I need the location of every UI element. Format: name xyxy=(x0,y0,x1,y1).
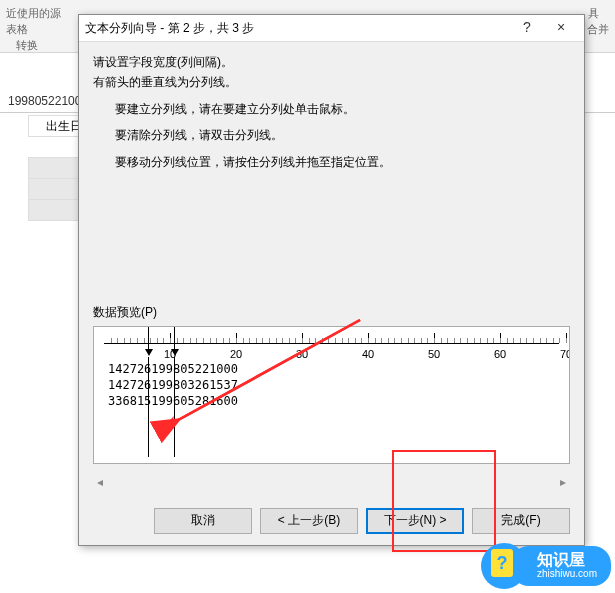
back-button[interactable]: < 上一步(B) xyxy=(260,508,358,534)
ruler-tick: 50 xyxy=(428,345,440,364)
scroll-left-icon[interactable]: ◂ xyxy=(93,475,107,489)
next-button[interactable]: 下一步(N) > xyxy=(366,508,464,534)
watermark-domain: zhishiwu.com xyxy=(537,568,597,580)
dialog-titlebar[interactable]: 文本分列向导 - 第 2 步，共 3 步 ? × xyxy=(79,15,584,42)
data-preview[interactable]: 10203040506070 142726199805221000 142726… xyxy=(93,326,570,464)
text-to-columns-dialog: 文本分列向导 - 第 2 步，共 3 步 ? × 请设置字段宽度(列间隔)。 有… xyxy=(78,14,585,546)
watermark: 知识屋 zhishiwu.com xyxy=(481,543,611,589)
cancel-button[interactable]: 取消 xyxy=(154,508,252,534)
preview-label: 数据预览(P) xyxy=(93,302,570,322)
ruler-tick: 30 xyxy=(296,345,308,364)
dialog-footer: 取消 < 上一步(B) 下一步(N) > 完成(F) xyxy=(79,497,584,545)
column-break-line[interactable] xyxy=(148,357,149,457)
watermark-icon xyxy=(481,543,527,589)
ruler-tick: 70 xyxy=(560,345,570,364)
dialog-body: 请设置字段宽度(列间隔)。 有箭头的垂直线为分列线。 要建立分列线，请在要建立分… xyxy=(79,42,584,474)
instruction-text: 有箭头的垂直线为分列线。 xyxy=(93,72,570,92)
scroll-right-icon[interactable]: ▸ xyxy=(556,475,570,489)
watermark-name: 知识屋 xyxy=(537,552,597,568)
preview-scrollbar[interactable]: ◂ ▸ xyxy=(93,475,570,489)
ribbon-label: 近使用的源 xyxy=(6,6,61,21)
dialog-title: 文本分列向导 - 第 2 步，共 3 步 xyxy=(85,20,510,37)
instruction-text: 请设置字段宽度(列间隔)。 xyxy=(93,52,570,72)
close-button[interactable]: × xyxy=(544,17,578,39)
column-break-line[interactable] xyxy=(174,357,175,457)
instruction-text: 要清除分列线，请双击分列线。 xyxy=(115,125,570,145)
ribbon-label: 合并 xyxy=(587,22,609,37)
ruler-tick: 40 xyxy=(362,345,374,364)
finish-button[interactable]: 完成(F) xyxy=(472,508,570,534)
ruler-tick: 60 xyxy=(494,345,506,364)
column-break-handle[interactable] xyxy=(145,349,152,359)
ribbon-label: 具 xyxy=(588,6,599,21)
instruction-text: 要移动分列线位置，请按住分列线并拖至指定位置。 xyxy=(115,152,570,172)
column-break-handle[interactable] xyxy=(171,349,178,359)
ribbon-label: 转换 xyxy=(16,38,38,53)
instruction-text: 要建立分列线，请在要建立分列处单击鼠标。 xyxy=(115,99,570,119)
ribbon-label: 表格 xyxy=(6,22,28,37)
help-button[interactable]: ? xyxy=(510,17,544,39)
